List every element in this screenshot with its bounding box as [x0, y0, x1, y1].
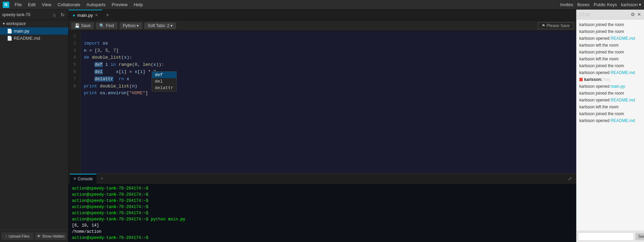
console-line-1: action@speedy-tank-70-204174:~$: [72, 185, 573, 192]
chat-header-icons: ⚙ ✕: [631, 12, 641, 17]
menu-invites[interactable]: Invites: [560, 2, 573, 7]
chat-link-readme1[interactable]: README.md: [610, 36, 635, 41]
ac-item-delattr[interactable]: delattr: [152, 85, 176, 91]
chat-msg-user: karlsson: hey: [579, 76, 641, 83]
file-readmemd[interactable]: 📄 README.md: [0, 35, 68, 42]
menu-view[interactable]: View: [39, 1, 54, 8]
menu-autoparts[interactable]: Autoparts: [84, 1, 108, 8]
upload-icon: ↑: [5, 234, 7, 238]
project-name: speedy-tank-70: [2, 12, 50, 17]
app-logo: N: [3, 2, 9, 8]
chat-msg-10: karlsson joined the room: [579, 90, 641, 96]
line-numbers: 1234 5678: [68, 31, 80, 173]
tabs-selector[interactable]: Soft Tabs: 2 ▾: [144, 22, 176, 29]
menu-collaborate[interactable]: Collaborate: [55, 1, 83, 8]
tab-add-button[interactable]: +: [102, 10, 112, 21]
console-close-x[interactable]: ✕: [73, 177, 76, 181]
chat-msg-3: karlsson opened README.md: [579, 35, 641, 41]
project-refresh-button[interactable]: ↻: [59, 11, 66, 18]
tab-mainpy[interactable]: ● main.py ✕: [68, 10, 102, 21]
chat-msg-12: karlsson left the room: [579, 104, 641, 110]
autocomplete-box[interactable]: def del delattr: [152, 71, 177, 92]
ac-item-del[interactable]: del: [152, 78, 176, 85]
menu-right: Invites Boxes Public Keys karlsson ▾: [560, 2, 641, 7]
console-output-2: /home/action: [72, 229, 573, 235]
ac-item-def[interactable]: def: [152, 72, 176, 78]
menu-file[interactable]: File: [12, 1, 25, 8]
please-save-button[interactable]: ⚑ Please Save: [538, 22, 573, 29]
chat-username: karlsson:: [584, 76, 602, 83]
console-expand-icon[interactable]: ⤢: [568, 176, 575, 181]
chat-user-text: hey: [604, 76, 610, 83]
menu-help[interactable]: Help: [131, 1, 146, 8]
chat-panel: Chat ⚙ ✕ karlsson joined the room karlss…: [576, 10, 644, 242]
chat-header: Chat ⚙ ✕: [577, 10, 644, 20]
console-output-1: [6, 10, 14]: [72, 222, 573, 229]
collapse-icon: ▾: [3, 21, 5, 26]
project-home-button[interactable]: ⌂: [52, 11, 57, 18]
eye-icon: 👁: [37, 234, 41, 238]
chat-msg-14: karlsson opened README.md: [579, 118, 641, 124]
menu-boxes[interactable]: Boxes: [577, 2, 590, 7]
chat-msg-6: karlsson left the room: [579, 56, 641, 62]
sidebar-collapse[interactable]: ▾ workspace: [0, 20, 68, 27]
chat-close-button[interactable]: ✕: [637, 12, 641, 17]
console-line-3: action@speedy-tank-70-204174:~$: [72, 198, 573, 204]
workspace-label: workspace: [6, 21, 26, 26]
editor-and-console: ● main.py ✕ + 💾 Save 🔍 Find: [68, 10, 576, 242]
search-icon: 🔍: [99, 23, 104, 28]
chat-link-readme4[interactable]: README.md: [610, 118, 635, 123]
sidebar: speedy-tank-70 ⌂ ↻ ▾ workspace 📄 main.py…: [0, 10, 68, 242]
editor-toolbar: 💾 Save 🔍 Find Python ▾ Soft Tabs: 2 ▾: [68, 21, 576, 31]
console-content[interactable]: action@speedy-tank-70-204174:~$ action@s…: [68, 183, 576, 242]
file-mainpy[interactable]: 📄 main.py: [0, 27, 68, 35]
chat-msg-11: karlsson opened README.md: [579, 97, 641, 103]
save-icon: 💾: [75, 23, 80, 28]
chat-title: Chat: [579, 12, 590, 17]
console-tab[interactable]: ✕ Console: [70, 174, 97, 183]
menu-edit[interactable]: Edit: [25, 1, 38, 8]
console-line-4: action@speedy-tank-70-204174:~$: [72, 204, 573, 210]
chat-msg-1: karlsson joined the room: [579, 22, 641, 28]
console-add-tab[interactable]: +: [98, 176, 106, 181]
code-content[interactable]: import os n = [3, 5, 7] de double_list(x…: [80, 31, 576, 173]
menu-bar: N File Edit View Collaborate Autoparts P…: [0, 0, 644, 10]
file-icon-2: 📄: [7, 36, 12, 41]
menu-user[interactable]: karlsson ▾: [621, 2, 641, 7]
chat-msg-2: karlsson joined the room: [579, 28, 641, 35]
console-line-6: action@speedy-tank-70-204174:~$ python m…: [72, 216, 573, 222]
code-editor[interactable]: 1234 5678 import os n = [3, 5, 7] de dou…: [68, 31, 576, 173]
console-line-5: action@speedy-tank-70-204174:~$: [72, 210, 573, 216]
console-prompt-final: action@speedy-tank-70-204174:~$: [72, 235, 573, 241]
chat-msg-9: karlsson opened main.py: [579, 83, 641, 89]
menu-public-keys[interactable]: Public Keys: [594, 2, 617, 7]
tab-close-button[interactable]: ✕: [95, 13, 98, 17]
tab-bar: ● main.py ✕ +: [68, 10, 576, 21]
chat-link-readme2[interactable]: README.md: [610, 70, 635, 75]
upload-files-button[interactable]: ↑ Upload Files: [1, 232, 34, 240]
user-avatar: [579, 78, 583, 81]
file-icon: 📄: [7, 28, 12, 34]
save-button[interactable]: 💾 Save: [71, 22, 94, 29]
chat-msg-13: karlsson joined the room: [579, 111, 641, 117]
editor-pane: ● main.py ✕ + 💾 Save 🔍 Find: [68, 10, 576, 173]
chat-settings-button[interactable]: ⚙: [631, 12, 635, 17]
console-tab-bar: ✕ Console + ⤢: [68, 174, 576, 183]
middle-section: speedy-tank-70 ⌂ ↻ ▾ workspace 📄 main.py…: [0, 10, 644, 242]
save-warning-icon: ⚑: [542, 23, 545, 28]
language-selector[interactable]: Python ▾: [119, 22, 142, 29]
chat-link-readme3[interactable]: README.md: [610, 98, 635, 102]
chat-messages: karlsson joined the room karlsson joined…: [577, 20, 644, 231]
show-hidden-button[interactable]: 👁 Show Hidden: [35, 232, 67, 240]
chat-input[interactable]: [578, 232, 634, 241]
chat-msg-4: karlsson left the room: [579, 42, 641, 48]
find-button[interactable]: 🔍 Find: [96, 22, 117, 29]
chat-link-mainpy[interactable]: main.py: [610, 84, 625, 89]
send-button[interactable]: Send: [635, 233, 644, 240]
tab-icon: ●: [73, 13, 75, 18]
app-layout: N File Edit View Collaborate Autoparts P…: [0, 0, 644, 242]
chat-msg-5: karlsson joined the room: [579, 49, 641, 55]
chat-input-area: Send: [577, 231, 644, 242]
menu-preview[interactable]: Preview: [109, 1, 130, 8]
chat-msg-8: karlsson opened README.md: [579, 70, 641, 76]
